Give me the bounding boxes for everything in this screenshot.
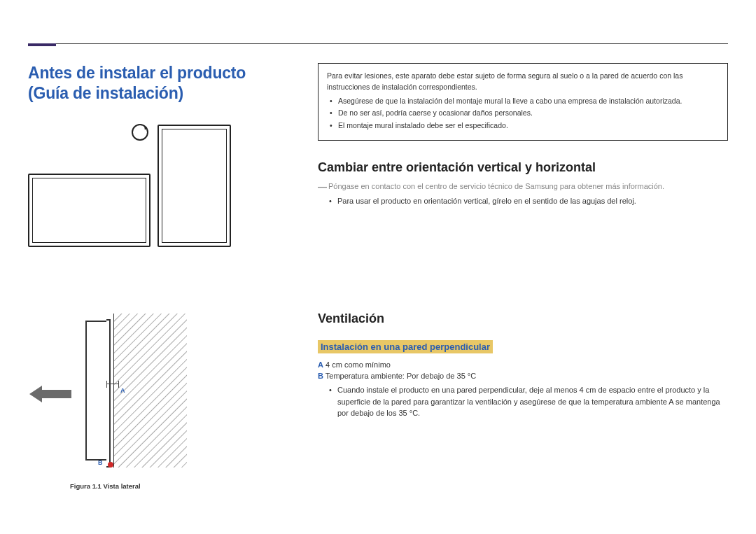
spec-A-val: 4 cm como mínimo bbox=[323, 360, 391, 369]
warning-intro: Para evitar lesiones, este aparato debe … bbox=[327, 71, 719, 93]
note-text: Póngase en contacto con el centro de ser… bbox=[328, 182, 664, 191]
temperature-dot-icon bbox=[108, 462, 113, 468]
divider-top bbox=[28, 43, 728, 44]
spec-B-val: Temperatura ambiente: Por debajo de 35 °… bbox=[323, 372, 476, 380]
screen-horizontal-icon bbox=[28, 174, 150, 247]
view-direction-arrow-icon bbox=[28, 386, 73, 402]
spec-A: A 4 cm como mínimo bbox=[318, 360, 728, 369]
accent-bar bbox=[28, 43, 56, 46]
warning-list: Asegúrese de que la instalación del mont… bbox=[327, 96, 719, 132]
screen-vertical-icon bbox=[158, 125, 231, 247]
heading-ventilation: Ventilación bbox=[318, 311, 728, 326]
ventilation-item: Cuando instale el producto en una pared … bbox=[337, 384, 728, 419]
dimension-label-B: B bbox=[98, 459, 103, 466]
orientation-list: Para usar el producto en orientación ver… bbox=[318, 195, 728, 207]
ventilation-figure-area: A B bbox=[28, 310, 280, 478]
product-side-icon bbox=[85, 321, 109, 461]
warning-box: Para evitar lesiones, este aparato debe … bbox=[318, 63, 728, 141]
page: Antes de instalar el producto (Guía de i… bbox=[0, 0, 756, 534]
rotate-clockwise-icon bbox=[130, 122, 150, 143]
warning-item: De no ser así, podría caerse y ocasionar… bbox=[338, 108, 719, 119]
title-line-1: Antes de instalar el producto bbox=[28, 64, 246, 82]
heading-orientation: Cambiar entre orientación vertical y hor… bbox=[318, 160, 728, 175]
orientation-item: Para usar el producto en orientación ver… bbox=[337, 195, 728, 207]
spec-B-key: B bbox=[318, 372, 323, 380]
main-columns: Antes de instalar el producto (Guía de i… bbox=[28, 0, 728, 490]
screen-vertical-wrap bbox=[158, 125, 231, 247]
ventilation-list: Cuando instale el producto en una pared … bbox=[318, 384, 728, 419]
title-line-2: (Guía de instalación) bbox=[28, 84, 183, 102]
spec-B: B Temperatura ambiente: Por debajo de 35… bbox=[318, 372, 728, 380]
right-column: Para evitar lesiones, este aparato debe … bbox=[318, 63, 728, 490]
orientation-figure bbox=[28, 125, 280, 247]
figure-caption: Figura 1.1 Vista lateral bbox=[70, 482, 280, 490]
warning-item: Asegúrese de que la instalación del mont… bbox=[338, 96, 719, 107]
ventilation-side-figure: A B bbox=[85, 314, 187, 475]
page-title: Antes de instalar el producto (Guía de i… bbox=[28, 63, 280, 104]
subheading-ventilation: Instalación en una pared perpendicular bbox=[318, 340, 493, 353]
dimension-label-A: A bbox=[120, 387, 125, 394]
dimension-A-line bbox=[106, 384, 119, 384]
note-dash-icon: ― bbox=[318, 182, 327, 191]
note-line: ― Póngase en contacto con el centro de s… bbox=[318, 182, 728, 191]
warning-item: El montaje mural instalado debe ser el e… bbox=[338, 120, 719, 132]
left-column: Antes de instalar el producto (Guía de i… bbox=[28, 63, 280, 490]
spec-A-key: A bbox=[318, 360, 323, 369]
